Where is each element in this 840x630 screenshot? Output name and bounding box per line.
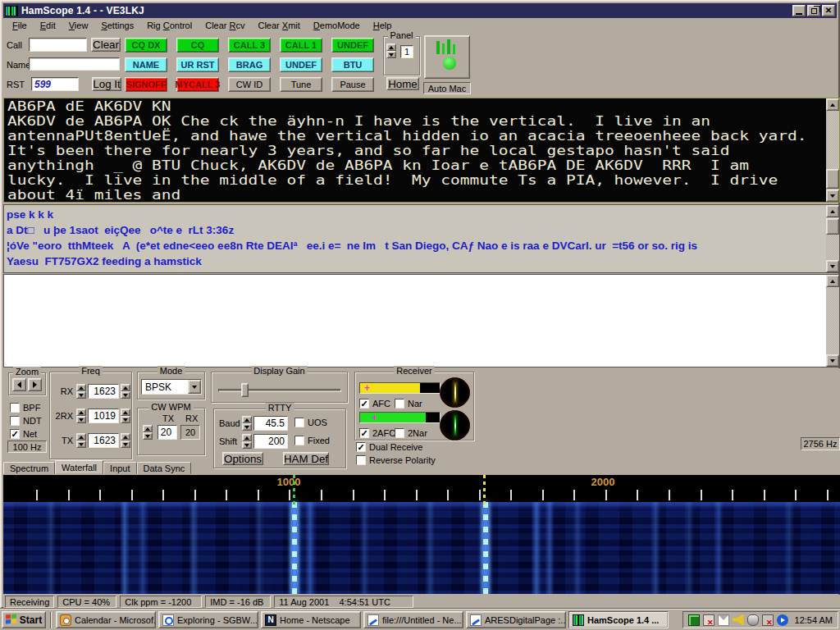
- checkbox-box[interactable]: ✓: [356, 442, 366, 452]
- spin-up-icon[interactable]: [121, 433, 130, 441]
- spin-up-icon[interactable]: [386, 43, 396, 51]
- panel-spinner-buttons[interactable]: [386, 43, 396, 58]
- freq-rx-down-spinner[interactable]: [76, 384, 86, 399]
- zoom-in-button[interactable]: [28, 378, 42, 391]
- dropdown-arrow-icon[interactable]: [188, 380, 201, 394]
- scroll-down-button[interactable]: [826, 189, 839, 202]
- task-aresdigitalpage[interactable]: ARESDigitalPage :...: [466, 611, 566, 628]
- transmit-window[interactable]: [3, 274, 840, 368]
- menu-demomode[interactable]: DemoMode: [308, 20, 366, 31]
- name-input[interactable]: [29, 57, 120, 71]
- baud-spinner-buttons[interactable]: [242, 416, 252, 431]
- tab-spectrum[interactable]: Spectrum: [3, 462, 55, 474]
- scroll-thumb[interactable]: [826, 218, 839, 235]
- spin-down-icon[interactable]: [121, 416, 130, 423]
- rx-cursor[interactable]: [483, 475, 486, 508]
- panel-spinner[interactable]: [386, 43, 396, 58]
- freq-rx-value[interactable]: 1623: [88, 384, 119, 399]
- afc-checkbox[interactable]: ✓AFC: [359, 399, 390, 409]
- spin-down-icon[interactable]: [121, 391, 130, 399]
- task-calendar-microsof[interactable]: Calendar - Microsof...: [56, 611, 156, 628]
- spin-up-icon[interactable]: [121, 384, 130, 391]
- volume-icon[interactable]: [733, 614, 744, 626]
- spin-down-icon[interactable]: [76, 416, 86, 423]
- checkbox-box[interactable]: [395, 399, 404, 409]
- macro-button-mycall-3[interactable]: MYCALL 3: [176, 77, 219, 92]
- checkbox-box[interactable]: [356, 455, 366, 465]
- fixed-checkbox[interactable]: Fixed: [294, 436, 330, 445]
- task-home-netscape[interactable]: Home - Netscape: [261, 611, 361, 628]
- task-exploring-sgbw[interactable]: Exploring - SGBW...: [158, 611, 258, 628]
- spin-up-icon[interactable]: [76, 384, 86, 391]
- waterfall-display[interactable]: 10002000: [3, 475, 840, 594]
- scroll-thumb[interactable]: [826, 169, 839, 189]
- display-gain-slider[interactable]: [241, 383, 249, 397]
- freq-tx-down-spinner[interactable]: [76, 433, 86, 448]
- macro-button-undef[interactable]: UNDEF: [280, 57, 322, 72]
- macro-button-brag[interactable]: BRAG: [228, 57, 271, 72]
- macro-button-signoff[interactable]: SIGNOFF: [125, 77, 167, 92]
- spin-up-icon[interactable]: [242, 434, 252, 441]
- receive1-scrollbar[interactable]: [826, 98, 839, 202]
- freq-2rx-up-spinner[interactable]: [121, 409, 130, 423]
- spin-down-icon[interactable]: [386, 51, 396, 58]
- shift-spinner-buttons[interactable]: [242, 434, 252, 449]
- macro-button-ur-rst[interactable]: UR RST: [176, 57, 219, 72]
- spin-down-icon[interactable]: [242, 423, 252, 431]
- receive2-scrollbar[interactable]: [826, 205, 839, 272]
- spin-up-icon[interactable]: [76, 433, 86, 441]
- macro-button-cw-id[interactable]: CW ID: [228, 77, 271, 92]
- network-offline-icon[interactable]: [762, 614, 774, 626]
- macro-button-cq[interactable]: CQ: [176, 38, 219, 52]
- tab-input[interactable]: Input: [103, 462, 136, 474]
- menu-settings[interactable]: Settings: [95, 20, 139, 31]
- call-input[interactable]: [29, 38, 87, 52]
- freq-rx-up-spinner[interactable]: [121, 384, 130, 399]
- menu-edit[interactable]: Edit: [34, 20, 62, 31]
- menu-file[interactable]: File: [7, 20, 33, 31]
- clear-button[interactable]: Clear: [91, 38, 121, 52]
- home-button[interactable]: Home: [386, 77, 419, 90]
- 2nar-checkbox[interactable]: 2Nar: [395, 428, 427, 438]
- menu-rig-control[interactable]: Rig Control: [141, 20, 198, 31]
- spin-down-icon[interactable]: [121, 441, 130, 448]
- net-checkbox[interactable]: ✓Net: [10, 429, 37, 439]
- checkbox-box[interactable]: [10, 403, 20, 413]
- cw-wpm-spinner[interactable]: [143, 425, 153, 440]
- 2afc-checkbox[interactable]: ✓2AFC: [359, 428, 395, 438]
- macro-button-pause[interactable]: Pause: [331, 77, 374, 92]
- restore-button[interactable]: [807, 5, 820, 16]
- baud-value[interactable]: 45.5: [253, 416, 288, 431]
- shift-spinner[interactable]: [242, 434, 252, 449]
- spin-up-icon[interactable]: [143, 425, 153, 432]
- freq-2rx-value[interactable]: 1019: [88, 409, 119, 423]
- spin-down-icon[interactable]: [76, 391, 86, 399]
- scroll-up-button[interactable]: [826, 98, 839, 111]
- zoom-out-button[interactable]: [12, 378, 26, 391]
- display-gain-track[interactable]: [218, 389, 341, 392]
- checkbox-box[interactable]: ✓: [10, 429, 20, 439]
- cw-wpm-spinner-buttons[interactable]: [143, 425, 153, 440]
- remote-screen-icon[interactable]: [688, 614, 700, 626]
- checkbox-box[interactable]: [395, 428, 404, 438]
- macro-button-call-1[interactable]: CALL 1: [280, 38, 322, 52]
- checkbox-box[interactable]: [294, 418, 304, 427]
- tab-waterfall[interactable]: Waterfall: [55, 460, 103, 474]
- close-button[interactable]: ✕: [822, 5, 835, 16]
- cw-tx-wpm[interactable]: 20: [158, 425, 177, 440]
- checkbox-box[interactable]: ✓: [359, 399, 369, 409]
- spin-down-icon[interactable]: [76, 441, 86, 448]
- mouse-icon[interactable]: [747, 614, 759, 626]
- macro-button-undef[interactable]: UNDEF: [331, 38, 374, 52]
- menu-clear-rcv[interactable]: Clear Rcv: [199, 20, 250, 31]
- macro-button-call-3[interactable]: CALL 3: [228, 38, 271, 52]
- macro-button-name[interactable]: NAME: [125, 57, 167, 72]
- title-bar[interactable]: HamScope 1.4 - - VE3LKJ ✕: [3, 3, 837, 18]
- macro-button-cq-dx[interactable]: CQ DX: [125, 38, 167, 52]
- freq-tx-value[interactable]: 1623: [88, 433, 119, 448]
- freq-2rx-down-spinner[interactable]: [76, 409, 86, 423]
- checkbox-box[interactable]: [294, 436, 304, 445]
- mail-icon[interactable]: [718, 614, 729, 626]
- menu-help[interactable]: Help: [368, 20, 398, 31]
- spin-down-icon[interactable]: [143, 432, 153, 440]
